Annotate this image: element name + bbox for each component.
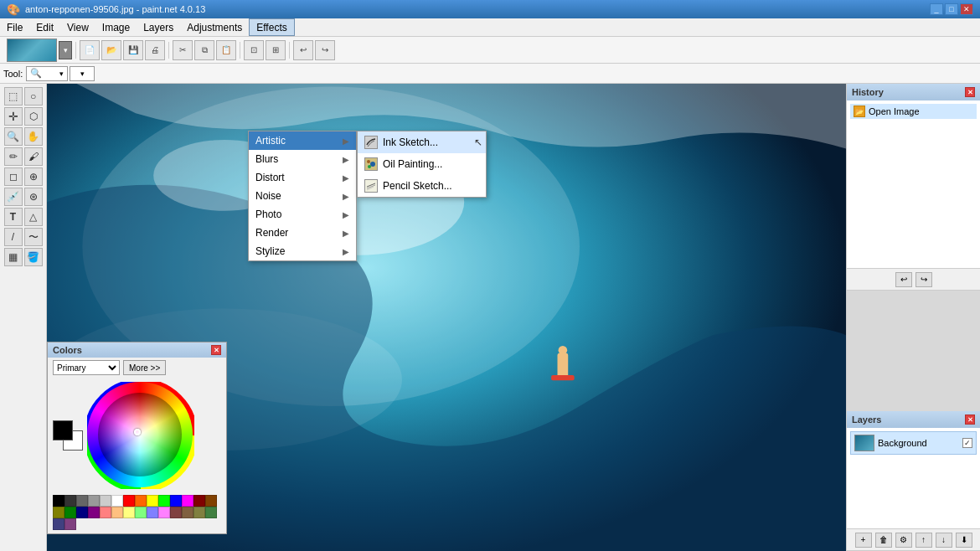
palette-color-swatch[interactable]	[170, 495, 182, 507]
menu-edit[interactable]: Edit	[29, 18, 60, 36]
eraser-tool[interactable]: ◻	[4, 167, 23, 186]
palette-color-swatch[interactable]	[76, 495, 88, 507]
palette-color-swatch[interactable]	[205, 495, 217, 507]
effects-artistic-item[interactable]: Artistic ▶	[249, 131, 356, 150]
brush-tool[interactable]: 🖌	[24, 147, 43, 166]
menu-adjustments[interactable]: Adjustments	[180, 18, 249, 36]
palette-color-swatch[interactable]	[158, 507, 170, 518]
save-button[interactable]: 💾	[123, 40, 143, 60]
palette-color-swatch[interactable]	[64, 507, 76, 518]
tool-options-extra[interactable]: ▾	[70, 66, 95, 81]
more-colors-button[interactable]: More >>	[123, 360, 166, 375]
tool-selector[interactable]: 🔍 ▾	[26, 66, 68, 81]
close-button[interactable]: ✕	[960, 3, 973, 15]
history-undo-button[interactable]: ↩	[895, 272, 912, 287]
palette-color-swatch[interactable]	[135, 507, 147, 518]
rectangle-select-tool[interactable]: ⬚	[4, 87, 23, 106]
deselect-button[interactable]: ⊡	[244, 40, 264, 60]
palette-color-swatch[interactable]	[170, 507, 182, 518]
clone-tool[interactable]: ⊕	[24, 167, 43, 186]
maximize-button[interactable]: □	[945, 3, 958, 15]
move-tool[interactable]: ✛	[4, 107, 23, 126]
paste-button[interactable]: 📋	[216, 40, 236, 60]
open-button[interactable]: 📂	[101, 40, 121, 60]
palette-color-swatch[interactable]	[100, 495, 111, 507]
layer-item-background[interactable]: Background ✓	[850, 431, 977, 455]
ink-sketch-item[interactable]: Ink Sketch... ↖	[358, 131, 486, 153]
menu-view[interactable]: View	[60, 18, 95, 36]
layer-properties-button[interactable]: ⚙	[895, 533, 912, 548]
line-tool[interactable]: /	[4, 228, 23, 246]
palette-color-swatch[interactable]	[193, 495, 205, 507]
effects-distort-item[interactable]: Distort ▶	[249, 168, 356, 187]
pan-tool[interactable]: ✋	[24, 127, 43, 146]
palette-color-swatch[interactable]	[205, 507, 217, 518]
zoom-tool[interactable]: 🔍	[4, 127, 23, 146]
effects-blurs-item[interactable]: Blurs ▶	[249, 150, 356, 168]
palette-color-swatch[interactable]	[193, 507, 205, 518]
select-all-button[interactable]: ⊞	[266, 40, 286, 60]
move-layer-up-button[interactable]: ↑	[916, 533, 932, 548]
primary-secondary-select[interactable]: Primary Secondary	[53, 360, 120, 375]
foreground-color-swatch[interactable]	[53, 420, 73, 440]
palette-color-swatch[interactable]	[111, 507, 123, 518]
colors-panel-close[interactable]: ✕	[211, 345, 221, 355]
palette-color-swatch[interactable]	[182, 507, 193, 518]
effects-stylize-item[interactable]: Stylize ▶	[249, 242, 356, 260]
print-button[interactable]: 🖨	[145, 40, 165, 60]
layers-panel-close[interactable]: ✕	[965, 415, 975, 425]
color-wheel[interactable]	[86, 381, 195, 490]
thumbnail-dropdown[interactable]: ▾	[59, 41, 72, 59]
menu-file[interactable]: File	[0, 18, 29, 36]
palette-color-swatch[interactable]	[53, 507, 64, 518]
layer-visibility-checkbox[interactable]: ✓	[962, 438, 972, 448]
palette-color-swatch[interactable]	[64, 518, 76, 530]
palette-color-swatch[interactable]	[88, 495, 100, 507]
palette-color-swatch[interactable]	[135, 495, 147, 507]
palette-color-swatch[interactable]	[53, 518, 64, 530]
palette-color-swatch[interactable]	[182, 495, 193, 507]
history-item-open-image[interactable]: 📂 Open Image	[850, 104, 977, 119]
menu-effects[interactable]: Effects	[249, 18, 294, 36]
pencil-tool[interactable]: ✏	[4, 147, 23, 166]
shapes-tool[interactable]: △	[24, 208, 43, 226]
magic-wand-tool[interactable]: ⬡	[24, 107, 43, 126]
copy-button[interactable]: ⧉	[194, 40, 214, 60]
redo-button[interactable]: ↪	[315, 40, 335, 60]
freeform-tool[interactable]: 〜	[24, 228, 43, 246]
new-button[interactable]: 📄	[80, 40, 100, 60]
menu-image[interactable]: Image	[95, 18, 137, 36]
merge-layers-button[interactable]: ⬇	[956, 533, 972, 548]
palette-color-swatch[interactable]	[111, 495, 123, 507]
palette-color-swatch[interactable]	[158, 495, 170, 507]
effects-photo-item[interactable]: Photo ▶	[249, 205, 356, 224]
delete-layer-button[interactable]: 🗑	[875, 533, 892, 548]
history-panel-close[interactable]: ✕	[965, 87, 975, 97]
recolor-tool[interactable]: ⊛	[24, 188, 43, 206]
palette-color-swatch[interactable]	[88, 507, 100, 518]
effects-noise-item[interactable]: Noise ▶	[249, 187, 356, 205]
gradient-tool[interactable]: ▦	[4, 248, 23, 266]
pencil-sketch-item[interactable]: Pencil Sketch...	[358, 175, 486, 197]
minimize-button[interactable]: _	[930, 3, 943, 15]
undo-button[interactable]: ↩	[293, 40, 313, 60]
palette-color-swatch[interactable]	[100, 507, 111, 518]
effects-render-item[interactable]: Render ▶	[249, 224, 356, 242]
palette-color-swatch[interactable]	[147, 507, 158, 518]
palette-color-swatch[interactable]	[147, 495, 158, 507]
move-layer-down-button[interactable]: ↓	[936, 533, 952, 548]
cut-button[interactable]: ✂	[173, 40, 193, 60]
lasso-tool[interactable]: ○	[24, 87, 43, 106]
text-tool[interactable]: T	[4, 208, 23, 226]
oil-painting-item[interactable]: Oil Painting...	[358, 153, 486, 175]
palette-color-swatch[interactable]	[76, 507, 88, 518]
palette-color-swatch[interactable]	[123, 495, 135, 507]
palette-color-swatch[interactable]	[53, 495, 64, 507]
palette-color-swatch[interactable]	[123, 507, 135, 518]
menu-layers[interactable]: Layers	[137, 18, 180, 36]
fill-tool[interactable]: 🪣	[24, 248, 43, 266]
history-redo-button[interactable]: ↪	[916, 272, 932, 287]
palette-color-swatch[interactable]	[64, 495, 76, 507]
eyedropper-tool[interactable]: 💉	[4, 188, 23, 206]
add-layer-button[interactable]: +	[855, 533, 872, 548]
